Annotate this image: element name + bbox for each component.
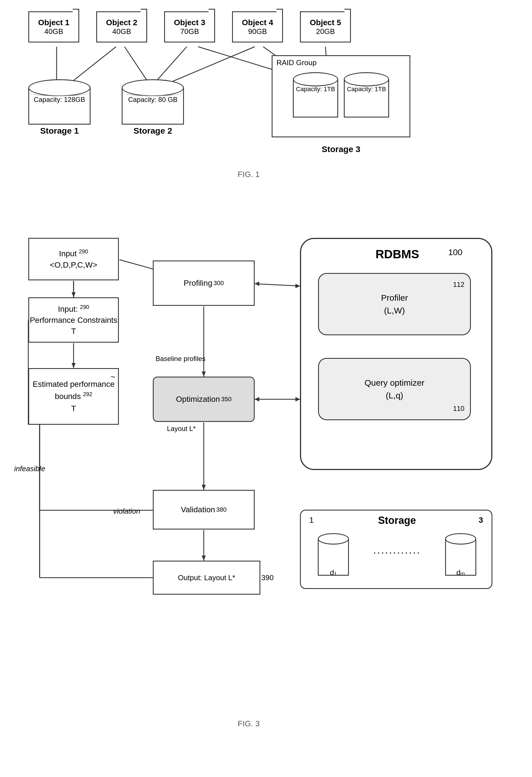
input2-label: Input:	[58, 305, 78, 314]
rdbms-title: RDBMS	[301, 247, 494, 261]
est-perf-content: Estimated performance bounds 292 ~ T	[29, 378, 118, 414]
validation-num: 380	[216, 506, 227, 514]
raid-disk1-text: Capacity: 1TB	[293, 85, 338, 94]
storage-mini-cylinders: d₁ ............ dₘ	[318, 533, 476, 576]
raid-disk2-top	[344, 72, 389, 86]
raid-group-title: RAID Group	[272, 56, 409, 70]
svg-marker-27	[295, 284, 300, 288]
object3-label: Object 3	[174, 18, 205, 27]
svg-marker-24	[202, 371, 206, 376]
object5-box: Object 5 20GB	[300, 11, 351, 42]
input1-params: <O,D,P,C,W>	[50, 260, 97, 269]
mini-cyl-dm-top	[445, 533, 476, 545]
object1-label: Object 1	[38, 18, 69, 27]
fig1-objects-row: Object 1 40GB Object 2 40GB Object 3 70G…	[28, 11, 351, 42]
svg-marker-29	[255, 397, 259, 402]
validation-label: Validation	[181, 504, 215, 515]
fig1-caption: FIG. 1	[238, 170, 260, 179]
storage3-label: Storage 3	[272, 144, 410, 154]
layout-star-label: Layout L*	[167, 425, 195, 433]
object1-size: 40GB	[44, 27, 63, 36]
svg-marker-26	[255, 282, 259, 286]
profiler-label: Profiler (L,W)	[381, 292, 408, 317]
est-perf-num: 292	[83, 391, 92, 397]
storage1-group: Capacity: 128GB Storage 1	[28, 79, 91, 136]
query-optimizer-box: Query optimizer (L,q) 110	[318, 358, 471, 420]
storage3-raid-group: RAID Group Capacity: 1TB Capacity: 1TB	[272, 55, 410, 137]
storage-mini-dots: ............	[373, 544, 421, 556]
object4-size: 90GB	[248, 27, 267, 36]
object2-label: Object 2	[106, 18, 137, 27]
storage1-cylinder: Capacity: 128GB	[28, 79, 91, 125]
optimization-num: 350	[221, 395, 232, 404]
query-opt-num: 110	[453, 404, 464, 414]
storage-mini-num3: 3	[479, 516, 483, 525]
storage2-label: Storage 2	[122, 126, 184, 136]
fig3-diagram: Input 290 <O,D,P,C,W> Input: 290 Perform…	[11, 221, 521, 736]
query-opt-label: Query optimizer (L,q)	[365, 376, 424, 402]
mini-cyl-dm-label: dₘ	[445, 568, 476, 577]
profiling-box: Profiling 300	[153, 260, 255, 306]
object5-label: Object 5	[310, 18, 341, 27]
optimization-box: Optimization 350	[153, 376, 255, 422]
input2-box: Input: 290 Performance Constraints T	[28, 297, 119, 343]
infeasible-label: infeasible	[14, 464, 45, 473]
raid-disk2-text: Capacity: 1TB	[344, 85, 389, 94]
storage-mini-outer: 1 Storage 3 d₁ ............ dₘ	[300, 510, 492, 589]
storage2-group: Capacity: 80 GB Storage 2	[122, 79, 184, 136]
storage1-capacity-text: Capacity: 128GB	[28, 95, 91, 105]
raid-cylinders: Capacity: 1TB Capacity: 1TB	[272, 72, 409, 117]
input2-num: 290	[80, 304, 90, 310]
input1-box: Input 290 <O,D,P,C,W>	[28, 238, 119, 280]
object3-box: Object 3 70GB	[164, 11, 215, 42]
storage-mini-num1: 1	[309, 516, 314, 525]
profiler-box: Profiler (L,W) 112	[318, 273, 471, 335]
raid-disk1-capacity: Capacity: 1TB	[296, 86, 335, 93]
object4-label: Object 4	[242, 18, 273, 27]
input1-label: Input	[59, 249, 77, 258]
input2-desc: Performance Constraints T	[30, 316, 117, 336]
violation-label: violation	[113, 507, 140, 516]
fig1-diagram: Object 1 40GB Object 2 40GB Object 3 70G…	[11, 6, 521, 198]
profiling-num: 300	[213, 279, 224, 288]
profiling-label: Profiling	[184, 278, 212, 289]
object2-box: Object 2 40GB	[96, 11, 147, 42]
profiler-num: 112	[453, 280, 464, 290]
storage2-capacity-text: Capacity: 80 GB	[122, 95, 184, 105]
input1-content: Input 290 <O,D,P,C,W>	[50, 248, 97, 270]
svg-line-25	[255, 284, 300, 286]
rdbms-num: 100	[448, 247, 462, 257]
raid-disk2: Capacity: 1TB	[344, 72, 389, 117]
object5-size: 20GB	[316, 27, 335, 36]
t-label: T	[29, 403, 118, 415]
raid-disk2-capacity: Capacity: 1TB	[347, 86, 386, 93]
svg-marker-30	[295, 397, 300, 402]
storage2-cylinder: Capacity: 80 GB	[122, 79, 184, 125]
output-label: Output: Layout L*	[178, 573, 235, 583]
fig3-caption: FIG. 3	[238, 719, 260, 728]
object3-size: 70GB	[180, 27, 199, 36]
raid-disk1-top	[293, 72, 338, 86]
mini-cyl-d1-top	[318, 533, 349, 545]
object2-size: 40GB	[112, 27, 131, 36]
mini-cyl-dm: dₘ	[445, 533, 476, 576]
rdbms-outer-box: RDBMS 100 Profiler (L,W) 112 Query optim…	[300, 238, 492, 470]
storage1-label: Storage 1	[28, 126, 91, 136]
output-num: 390	[261, 573, 274, 583]
mini-cyl-d1-label: d₁	[318, 568, 349, 577]
svg-marker-32	[202, 485, 206, 490]
validation-box: Validation 380	[153, 490, 255, 530]
mini-cyl-d1: d₁	[318, 533, 349, 576]
est-perf-label: Estimated performance bounds	[32, 380, 114, 401]
baseline-profiles-label: Baseline profiles	[156, 354, 206, 363]
output-box: Output: Layout L* 390	[153, 561, 260, 595]
object1-box: Object 1 40GB	[28, 11, 79, 42]
raid-disk1: Capacity: 1TB	[293, 72, 338, 117]
svg-marker-17	[72, 292, 76, 297]
optimization-label: Optimization	[176, 394, 220, 405]
storage-mini-label: Storage	[323, 515, 471, 526]
input1-num: 290	[79, 248, 88, 254]
input2-content: Input: 290 Performance Constraints T	[29, 303, 118, 337]
est-perf-box: Estimated performance bounds 292 ~ T	[28, 368, 119, 425]
page: Object 1 40GB Object 2 40GB Object 3 70G…	[0, 0, 532, 777]
